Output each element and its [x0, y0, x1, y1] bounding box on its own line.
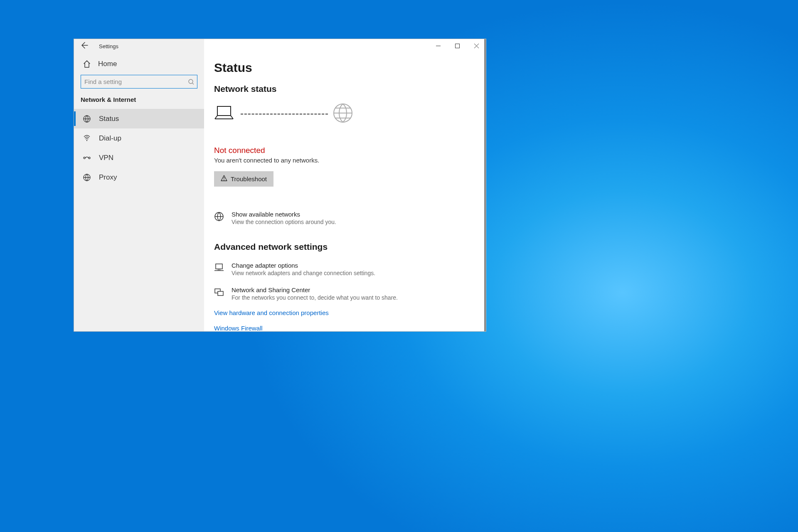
titlebar: Settings: [74, 39, 204, 53]
option-subtitle: View network adapters and change connect…: [232, 270, 375, 276]
svg-point-9: [224, 180, 224, 180]
troubleshoot-label: Troubleshoot: [231, 175, 267, 182]
section-advanced: Advanced network settings: [214, 242, 486, 252]
scrollbar[interactable]: [484, 39, 486, 331]
windows-firewall-link[interactable]: Windows Firewall: [214, 325, 486, 331]
sharing-center-option[interactable]: Network and Sharing Center For the netwo…: [214, 286, 486, 301]
sidebar-item-label: Dial-up: [99, 134, 121, 143]
sidebar-category: Network & Internet: [74, 96, 204, 109]
troubleshoot-button[interactable]: Troubleshoot: [214, 171, 273, 187]
sidebar-item-dialup[interactable]: Dial-up: [74, 128, 204, 148]
home-label: Home: [98, 60, 117, 68]
show-networks-option[interactable]: Show available networks View the connect…: [214, 211, 486, 225]
search-input[interactable]: [81, 75, 197, 89]
svg-rect-13: [218, 291, 223, 296]
svg-point-3: [84, 157, 85, 159]
option-subtitle: View the connection options around you.: [232, 219, 336, 225]
app-title: Settings: [99, 43, 118, 49]
option-title: Change adapter options: [232, 262, 375, 269]
window-controls: [429, 39, 486, 52]
maximize-button[interactable]: [448, 39, 467, 52]
svg-rect-7: [217, 106, 231, 116]
option-title: Network and Sharing Center: [232, 286, 398, 293]
sidebar-item-label: VPN: [99, 154, 113, 162]
page-title: Status: [214, 61, 486, 75]
network-diagram: [214, 103, 486, 125]
proxy-icon: [83, 174, 91, 181]
laptop-icon: [214, 105, 234, 123]
dialup-icon: [83, 135, 91, 142]
sidebar-home[interactable]: Home: [74, 53, 204, 75]
sidebar-item-status[interactable]: Status: [74, 109, 204, 128]
main-content: Status Network status Not connected You …: [204, 39, 486, 331]
sharing-icon: [214, 286, 224, 301]
svg-rect-6: [455, 44, 459, 48]
connection-line: [241, 113, 328, 115]
status-subtext: You aren't connected to any networks.: [214, 157, 486, 164]
svg-rect-11: [216, 264, 222, 269]
search-container: [74, 75, 204, 96]
status-text: Not connected: [214, 146, 486, 155]
option-subtitle: For the networks you connect to, decide …: [232, 294, 398, 301]
back-button[interactable]: [81, 42, 88, 51]
svg-point-2: [86, 140, 87, 140]
home-icon: [83, 60, 91, 68]
sidebar-item-vpn[interactable]: VPN: [74, 148, 204, 167]
adapter-options[interactable]: Change adapter options View network adap…: [214, 262, 486, 276]
minimize-button[interactable]: [429, 39, 448, 52]
hardware-properties-link[interactable]: View hardware and connection properties: [214, 309, 486, 316]
sidebar-item-label: Proxy: [99, 173, 117, 182]
close-button[interactable]: [467, 39, 486, 52]
warning-icon: [221, 175, 227, 183]
option-title: Show available networks: [232, 211, 336, 218]
vpn-icon: [83, 154, 91, 162]
sidebar-item-proxy[interactable]: Proxy: [74, 167, 204, 187]
back-arrow-icon: [81, 42, 88, 49]
sidebar-item-label: Status: [99, 115, 119, 123]
adapter-icon: [214, 262, 224, 276]
network-globe-icon: [214, 211, 224, 225]
section-network-status: Network status: [214, 84, 486, 94]
settings-window: Settings Home Network & Internet Status: [74, 39, 486, 332]
svg-point-4: [89, 157, 90, 159]
globe-icon: [333, 103, 353, 125]
sidebar: Settings Home Network & Internet Status: [74, 39, 204, 331]
status-icon: [83, 115, 91, 123]
